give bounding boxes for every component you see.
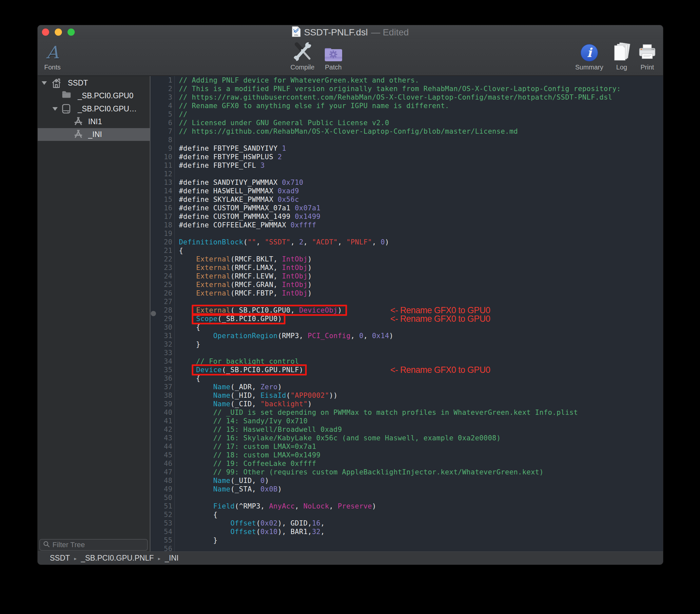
breadcrumb-separator-icon: ▸ [74,555,77,562]
rename-annotation: <- Rename GFX0 to GPU0 [390,314,490,324]
code-text: #define HASWELL_PWMMAX 0xad9 [179,187,299,195]
code-line: 1// Adding PNLF device for WhateverGreen… [150,76,663,85]
code-line: 2// This is a modified PNLF version orig… [150,85,663,93]
window-title: DSL SSDT-PNLF.dsl — Edited [292,25,409,39]
rename-highlight-box [192,313,285,324]
code-line: 4// Rename GFX0 to anything else if your… [150,102,663,110]
line-number: 21 [150,247,172,254]
toolbar-label: Fonts [44,64,61,71]
code-text: External(RMCF.GRAN, IntObj) [179,281,312,289]
minimize-button[interactable] [55,28,62,36]
disclosure-triangle-icon[interactable] [52,107,58,111]
code-text: { [179,375,200,383]
doc-type-label: DSL [294,34,298,36]
code-text: // [179,110,187,118]
code-line: 7// https://github.com/RehabMan/OS-X-Clo… [150,127,663,136]
code-text: // This is a modified PNLF version origi… [179,85,621,93]
code-line: 9#define FBTYPE_SANDYIVY 1 [150,144,663,153]
line-number: 29 [150,315,172,323]
code-text: // Adding PNLF device for WhateverGreen.… [179,76,419,84]
line-number: 35 [150,366,172,374]
line-number: 16 [150,204,172,212]
tree-item-ini1[interactable]: INI1 [38,115,150,128]
line-number: 34 [150,358,172,365]
code-text: Name(_HID, EisaId("APP0002")) [179,391,338,399]
line-number: 17 [150,213,172,221]
code-line: 13#define SANDYIVY_PWMMAX 0x710 [150,178,663,187]
code-line: 44 // 17: custom LMAX=0x7a1 [150,442,663,451]
line-number: 22 [150,255,172,263]
code-text: // https://github.com/RehabMan/OS-X-Clov… [179,127,518,135]
line-number: 1 [150,76,172,84]
title-edited-suffix: — Edited [371,27,409,38]
breadcrumb-item[interactable]: SSDT [50,554,70,563]
code-text: Name(_STA, 0x0B) [179,485,282,493]
code-line: 5// [150,110,663,118]
code-line: 49 Name(_STA, 0x0B) [150,485,663,493]
code-line: 47 // 99: Other (requires custom AppleBa… [150,468,663,476]
code-text: Name(_ADR, Zero) [179,383,282,391]
rename-annotation: <- Rename GFX0 to GPU0 [390,365,490,375]
code-text: } [179,536,217,544]
breadcrumb-item[interactable]: _SB.PCI0.GPU.PNLF [81,554,154,563]
line-number: 47 [150,468,172,476]
tree-item--ini[interactable]: _INI [38,128,150,141]
line-number: 10 [150,153,172,161]
tree-item-label: _SB.PCI0.GPU0 [78,91,133,100]
line-number: 43 [150,434,172,442]
line-number: 30 [150,323,172,331]
code-line: 16#define CUSTOM_PWMMAX_07a1 0x07a1 [150,204,663,212]
print-button[interactable]: Print [637,40,657,71]
code-line: 10#define FBTYPE_HSWPLUS 2 [150,153,663,161]
device-icon [62,104,71,115]
line-number: 53 [150,519,172,527]
titlebar[interactable]: DSL SSDT-PNLF.dsl — Edited [38,25,663,39]
document-icon: DSL [292,26,301,38]
print-icon [637,40,657,62]
toolbar-label: Compile [290,64,314,71]
disclosure-triangle-icon[interactable] [42,81,47,85]
code-line: 40 // _UID is set depending on PWMMax to… [150,408,663,417]
code-editor[interactable]: 1// Adding PNLF device for WhateverGreen… [150,76,663,551]
log-button[interactable]: Log [612,40,632,71]
search-icon [43,541,50,549]
patch-button[interactable]: Patch [323,40,343,71]
filter-tree-field[interactable]: Filter Tree [39,539,148,551]
code-text: #define FBTYPE_HSWPLUS 2 [179,153,282,161]
code-line: 23 External(RMCF.LMAX, IntObj) [150,263,663,272]
patch-icon [323,40,343,62]
fonts-button[interactable]: AFonts [44,40,61,71]
summary-button[interactable]: iSummary [575,40,603,71]
code-line: 14#define HASWELL_PWMMAX 0xad9 [150,187,663,195]
line-number: 28 [150,306,172,314]
close-button[interactable] [42,28,49,36]
code-text: { [179,323,200,331]
code-line: 6// Licensed under GNU General Public Li… [150,118,663,127]
code-text: // Rename GFX0 to anything else if your … [179,102,449,110]
tree-item-label: _INI [88,130,102,139]
line-number: 31 [150,332,172,340]
title-filename: SSDT-PNLF.dsl [304,27,368,38]
code-line: 32 } [150,340,663,349]
tree-item-label: _SB.PCI0.GPU… [78,104,137,113]
tree-item-ssdt[interactable]: SSDT [38,77,150,89]
tree-item--sb-pci0-gpu-[interactable]: _SB.PCI0.GPU… [38,102,150,115]
code-line: 45 // 18: custom LMAX=0x1499 [150,451,663,459]
zoom-button[interactable] [67,28,75,36]
line-number: 56 [150,545,172,551]
code-text: OperationRegion(RMP3, PCI_Config, 0, 0x1… [179,332,393,340]
code-line: 53 Offset(0x02), GDID,16, [150,519,663,527]
tree-item-label: INI1 [88,117,102,126]
code-text: // 16: Skylake/KabyLake 0x56c (and some … [179,434,501,442]
compile-button[interactable]: Compile [290,40,314,71]
line-number: 33 [150,349,172,357]
line-number: 44 [150,443,172,451]
code-line: 22 External(RMCF.BKLT, IntObj) [150,255,663,263]
code-text: Name(_UID, 0) [179,477,269,485]
code-text: Offset(0x10), BAR1,32, [179,528,325,536]
line-number: 6 [150,119,172,127]
code-text: External(RMCF.LEVW, IntObj) [179,272,312,280]
code-line: 55 } [150,536,663,544]
breadcrumb-item[interactable]: _INI [165,554,179,563]
tree-item--sb-pci0-gpu0[interactable]: _SB.PCI0.GPU0 [38,89,150,102]
